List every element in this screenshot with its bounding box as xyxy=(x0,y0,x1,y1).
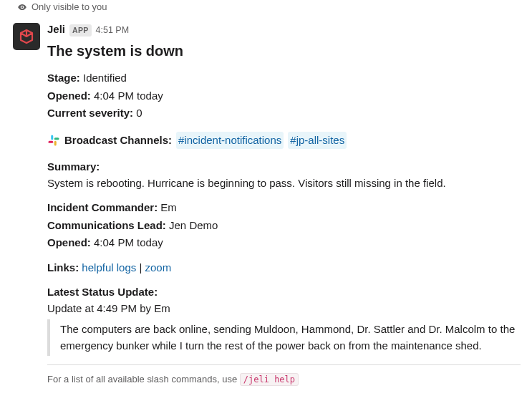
severity-value: 0 xyxy=(136,107,142,119)
link-zoom[interactable]: zoom xyxy=(145,261,172,274)
broadcast-row: Broadcast Channels: #incident-notificati… xyxy=(47,132,521,150)
divider xyxy=(47,364,521,365)
avatar[interactable] xyxy=(13,23,40,50)
channel-link[interactable]: #jp-all-sites xyxy=(288,132,347,150)
status-block: Latest Status Update: Update at 4:49 PM … xyxy=(47,284,521,356)
footer-prefix: For a list of all available slash comman… xyxy=(47,374,240,384)
incident-title: The system is down xyxy=(47,40,521,62)
summary-value: System is rebooting. Hurricane is beginn… xyxy=(47,175,521,192)
eye-icon xyxy=(17,2,27,12)
status-label: Latest Status Update: xyxy=(47,284,521,301)
footer: For a list of all available slash comman… xyxy=(47,372,521,387)
status-meta: Update at 4:49 PM by Em xyxy=(47,301,521,317)
roles-block: Incident Commander: Em Communications Le… xyxy=(47,200,521,251)
jeli-logo-icon xyxy=(18,28,35,45)
visibility-notice: Only visible to you xyxy=(0,0,532,14)
link-helpful-logs[interactable]: helpful logs xyxy=(82,261,136,274)
summary-block: Summary: System is rebooting. Hurricane … xyxy=(47,159,521,191)
summary-label: Summary: xyxy=(47,159,521,175)
timestamp[interactable]: 4:51 PM xyxy=(96,24,130,37)
sender-name[interactable]: Jeli xyxy=(47,21,65,38)
comms-label: Communications Lead: xyxy=(47,219,166,231)
status-body: The computers are back online, sending M… xyxy=(47,319,521,356)
commander-label: Incident Commander: xyxy=(47,201,158,213)
opened-label: Opened: xyxy=(47,90,91,102)
app-badge: APP xyxy=(69,24,92,37)
slack-icon xyxy=(47,134,60,147)
visibility-text: Only visible to you xyxy=(32,0,107,14)
message: Jeli APP 4:51 PM The system is down Stag… xyxy=(0,16,532,392)
opened2-label: Opened: xyxy=(47,236,91,248)
footer-command: /jeli help xyxy=(240,373,299,386)
stage-block: Stage: Identified Opened: 4:04 PM today … xyxy=(47,70,521,122)
message-gutter xyxy=(13,21,47,387)
severity-label: Current severity: xyxy=(47,107,133,119)
channel-link[interactable]: #incident-notifications xyxy=(176,132,284,150)
comms-value: Jen Demo xyxy=(169,219,218,231)
link-separator: | xyxy=(139,261,145,274)
message-meta: Jeli APP 4:51 PM xyxy=(47,21,521,38)
links-label: Links: xyxy=(47,261,79,274)
broadcast-label: Broadcast Channels: xyxy=(64,132,172,149)
opened2-value: 4:04 PM today xyxy=(94,236,163,248)
links-block: Links: helpful logs | zoom xyxy=(47,260,521,276)
opened-value: 4:04 PM today xyxy=(94,90,163,102)
stage-label: Stage: xyxy=(47,72,80,84)
stage-value: Identified xyxy=(83,72,127,84)
message-content: Jeli APP 4:51 PM The system is down Stag… xyxy=(47,21,521,387)
commander-value: Em xyxy=(160,201,177,213)
